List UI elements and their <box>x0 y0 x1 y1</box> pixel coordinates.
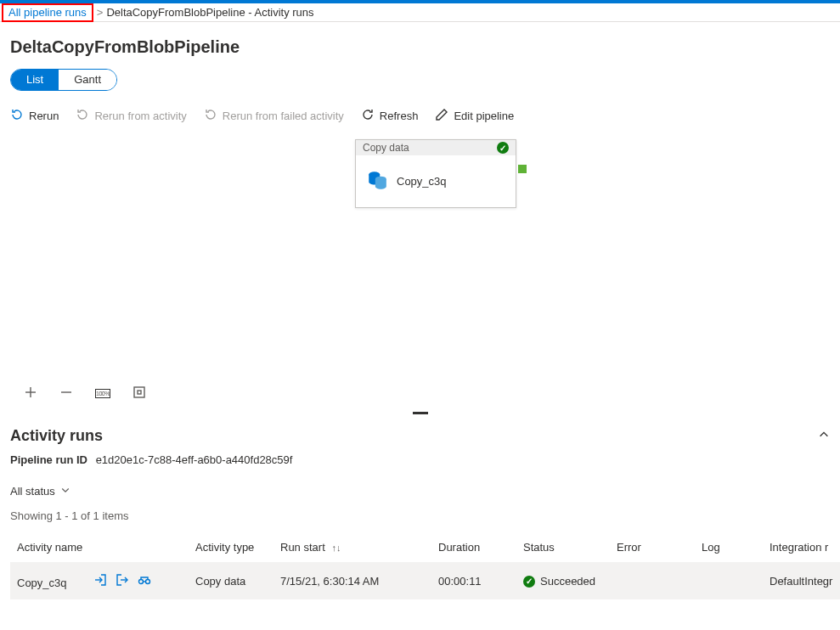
svg-rect-5 <box>134 387 144 397</box>
activity-runs-section: Activity runs Pipeline run ID e1d20e1c-7… <box>0 417 840 599</box>
rerun-from-activity-button: Rerun from activity <box>76 108 186 124</box>
cell-activity-name: Copy_c3q <box>17 577 67 589</box>
fit-to-screen-button[interactable] <box>132 385 146 402</box>
col-header-error[interactable]: Error <box>610 532 695 563</box>
rerun-failed-label: Rerun from failed activity <box>223 110 344 122</box>
view-toggle-list[interactable]: List <box>11 70 59 90</box>
col-header-start-label: Run start <box>280 541 325 554</box>
col-header-duration[interactable]: Duration <box>431 532 516 563</box>
view-toggle: List Gantt <box>10 69 117 91</box>
status-success-icon <box>523 576 535 588</box>
refresh-label: Refresh <box>380 110 419 122</box>
col-header-type[interactable]: Activity type <box>189 532 273 563</box>
node-header: Copy data <box>356 140 516 155</box>
col-header-name[interactable]: Activity name <box>10 532 189 563</box>
run-id-row: Pipeline run ID e1d20e1c-7c88-4eff-a6b0-… <box>10 453 830 466</box>
run-id-label: Pipeline run ID <box>10 453 87 466</box>
details-icon[interactable] <box>138 573 151 589</box>
run-id-value: e1d20e1c-7c88-4eff-a6b0-a440fd28c59f <box>96 453 293 466</box>
pipeline-canvas[interactable]: Copy data Copy_c3q <box>10 139 830 385</box>
breadcrumb-separator-icon: > <box>97 6 104 19</box>
success-check-icon <box>497 142 509 154</box>
action-bar: Rerun Rerun from activity Rerun from fai… <box>10 108 830 124</box>
cell-activity-type: Copy data <box>189 563 273 600</box>
cell-status: Succeeded <box>540 575 595 588</box>
col-header-start[interactable]: Run start ↑↓ <box>273 532 431 563</box>
zoom-out-button[interactable] <box>59 385 73 402</box>
edit-icon <box>435 108 448 124</box>
breadcrumb-all-runs-link[interactable]: All pipeline runs <box>2 3 93 22</box>
node-body: Copy_c3q <box>356 155 516 207</box>
cell-log <box>695 563 763 600</box>
col-header-integration[interactable]: Integration r <box>763 532 840 563</box>
page-title: DeltaCopyFromBlobPipeline <box>10 37 830 57</box>
output-icon[interactable] <box>116 573 129 589</box>
node-type-label: Copy data <box>363 142 409 154</box>
activity-node[interactable]: Copy data Copy_c3q <box>355 139 516 208</box>
cell-integration: DefaultIntegr <box>763 563 840 600</box>
view-toggle-gantt[interactable]: Gantt <box>59 70 116 90</box>
rerun-label: Rerun <box>29 110 59 122</box>
edit-label: Edit pipeline <box>454 110 514 122</box>
node-output-handle[interactable] <box>518 165 527 173</box>
collapse-section-button[interactable] <box>818 429 830 443</box>
breadcrumb: All pipeline runs > DeltaCopyFromBlobPip… <box>0 3 840 22</box>
status-filter-label: All status <box>10 485 55 498</box>
cell-duration: 00:00:11 <box>431 563 516 600</box>
rerun-failed-button: Rerun from failed activity <box>204 108 344 124</box>
item-count: Showing 1 - 1 of 1 items <box>10 509 830 522</box>
sort-icon: ↑↓ <box>331 543 341 553</box>
input-icon[interactable] <box>93 573 107 589</box>
canvas-tools: 100% <box>10 385 830 412</box>
activity-runs-table: Activity name Activity type Run start ↑↓… <box>10 532 840 599</box>
svg-point-8 <box>146 580 150 584</box>
rerun-icon <box>10 108 24 124</box>
rerun-button[interactable]: Rerun <box>10 108 59 124</box>
cell-error <box>610 563 695 600</box>
cell-run-start: 7/15/21, 6:30:14 AM <box>273 563 431 600</box>
chevron-down-icon <box>60 485 70 498</box>
database-icon <box>366 169 388 194</box>
refresh-button[interactable]: Refresh <box>361 108 419 124</box>
node-name: Copy_c3q <box>397 175 447 188</box>
rerun-failed-icon <box>204 108 217 124</box>
col-header-log[interactable]: Log <box>695 532 763 563</box>
breadcrumb-current: DeltaCopyFromBlobPipeline - Activity run… <box>106 6 313 19</box>
edit-pipeline-button[interactable]: Edit pipeline <box>435 108 514 124</box>
refresh-icon <box>361 108 375 124</box>
zoom-reset-button[interactable]: 100% <box>95 389 110 398</box>
svg-rect-6 <box>138 391 141 394</box>
zoom-in-button[interactable] <box>24 385 37 402</box>
panel-resize-handle[interactable] <box>0 412 840 417</box>
table-row[interactable]: Copy_c3q Copy data 7/15/21, 6:30:14 AM 0… <box>10 563 840 600</box>
rerun-activity-icon <box>76 108 89 124</box>
svg-point-7 <box>139 580 144 584</box>
status-filter-dropdown[interactable]: All status <box>10 485 830 498</box>
section-title: Activity runs <box>10 427 103 445</box>
rerun-activity-label: Rerun from activity <box>94 110 186 122</box>
col-header-status[interactable]: Status <box>516 532 610 563</box>
